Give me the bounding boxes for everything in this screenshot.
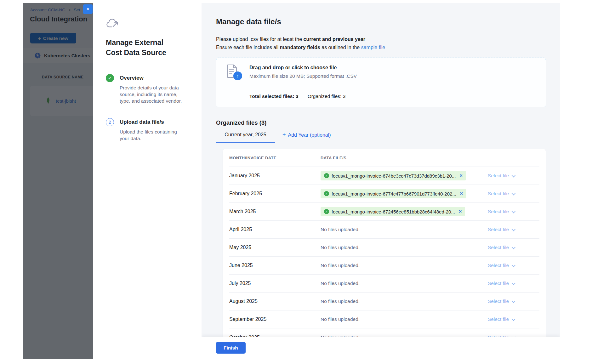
select-file-dropdown[interactable]: Select file <box>488 173 532 179</box>
drawer-title: Manage External Cost Data Source <box>106 37 181 58</box>
sample-file-link[interactable]: sample file <box>361 45 385 50</box>
select-file-dropdown[interactable]: Select file <box>488 281 532 286</box>
step-number-badge: 2 <box>106 118 114 126</box>
select-file-dropdown[interactable]: Select file <box>488 191 532 196</box>
select-file-dropdown[interactable]: Select file <box>488 245 532 250</box>
step-overview-label: Overview <box>120 74 187 81</box>
empty-files-text: No files uploaded. <box>321 299 360 304</box>
empty-files-text: No files uploaded. <box>321 245 360 250</box>
file-name: focusv1_mongo-invoice-6774c477b667901d77… <box>332 191 456 196</box>
check-icon: ✓ <box>324 209 329 214</box>
chevron-down-icon <box>512 281 516 285</box>
select-file-label: Select file <box>488 227 509 232</box>
manage-data-source-drawer: × Manage External Cost Data Source ✓ Ove… <box>93 3 560 359</box>
upload-instructions: Please upload .csv files for at least th… <box>216 35 546 52</box>
table-row: August 2025 No files uploaded. Select fi… <box>229 293 539 310</box>
dropzone-subtitle: Maximum file size 20 MB; Supported forma… <box>249 73 357 79</box>
select-file-label: Select file <box>488 191 509 196</box>
organized-files-heading: Organized files (3) <box>216 119 546 126</box>
select-file-label: Select file <box>488 281 509 286</box>
divider <box>303 94 303 99</box>
table-row: April 2025 No files uploaded. Select fil… <box>229 221 539 239</box>
select-file-dropdown[interactable]: Select file <box>488 209 532 214</box>
column-header-month: MONTH/INVOICE DATE <box>229 156 321 160</box>
year-tabs: Current year, 2025 + Add Year (optional) <box>216 132 546 143</box>
modal-dim-overlay[interactable] <box>23 3 93 359</box>
select-file-label: Select file <box>488 209 509 214</box>
drawer-footer: Finish <box>202 337 560 359</box>
empty-files-text: No files uploaded. <box>321 316 360 322</box>
organized-files-count: Organized files: 3 <box>308 94 346 99</box>
add-year-label: Add Year (optional) <box>288 132 331 138</box>
empty-files-text: No files uploaded. <box>321 227 360 232</box>
chevron-down-icon <box>512 245 516 249</box>
month-label: February 2025 <box>229 191 321 196</box>
upload-data-files-panel: Manage data file/s Please upload .csv fi… <box>202 3 560 359</box>
step-upload-description: Upload the files containing your data. <box>120 128 187 142</box>
chevron-down-icon <box>512 209 516 213</box>
finish-button[interactable]: Finish <box>216 342 246 354</box>
step-complete-check-icon: ✓ <box>106 74 114 82</box>
background-page: Account: CCM-NG > Set Cloud Integration … <box>23 3 93 359</box>
file-dropzone[interactable]: ↑ Drag and drop or click to choose file … <box>216 58 546 107</box>
step-overview-description: Provide details of your data source, inc… <box>120 84 187 104</box>
step-overview[interactable]: ✓ Overview Provide details of your data … <box>106 74 192 104</box>
month-label: August 2025 <box>229 299 321 304</box>
month-label: September 2025 <box>229 316 321 322</box>
table-body: January 2025 ✓ focusv1_mongo-invoice-674… <box>229 167 539 346</box>
file-name: focusv1_mongo-invoice-674be3ce47c73d37dd… <box>332 173 456 179</box>
chevron-down-icon <box>512 227 516 231</box>
chevron-down-icon <box>512 263 516 267</box>
add-year-button[interactable]: + Add Year (optional) <box>282 132 331 143</box>
file-chip: ✓ focusv1_mongo-invoice-672456ee851bbb28… <box>321 207 465 216</box>
remove-file-icon[interactable]: × <box>459 173 462 179</box>
table-row: June 2025 No files uploaded. Select file <box>229 257 539 275</box>
file-counts: Total selected files: 3 Organized files:… <box>249 94 541 99</box>
chevron-down-icon <box>512 317 516 321</box>
upload-arrow-icon: ↑ <box>233 71 242 80</box>
check-icon: ✓ <box>324 191 329 196</box>
check-icon: ✓ <box>324 173 329 178</box>
upload-file-icon: ↑ <box>226 64 243 81</box>
plus-icon: + <box>282 132 286 138</box>
empty-files-text: No files uploaded. <box>321 263 360 268</box>
panel-heading: Manage data file/s <box>216 17 546 26</box>
file-chip: ✓ focusv1_mongo-invoice-674be3ce47c73d37… <box>321 171 466 180</box>
select-file-dropdown[interactable]: Select file <box>488 263 532 268</box>
app-window: Account: CCM-NG > Set Cloud Integration … <box>23 3 560 359</box>
instruction-line-2: Ensure each file includes all mandatory … <box>216 43 546 52</box>
remove-file-icon[interactable]: × <box>460 191 463 196</box>
file-chip: ✓ focusv1_mongo-invoice-6774c477b667901d… <box>321 189 466 198</box>
select-file-dropdown[interactable]: Select file <box>488 299 532 304</box>
table-row: July 2025 No files uploaded. Select file <box>229 275 539 293</box>
select-file-dropdown[interactable]: Select file <box>488 227 532 232</box>
select-file-label: Select file <box>488 299 509 304</box>
select-file-label: Select file <box>488 316 509 322</box>
remove-file-icon[interactable]: × <box>459 209 462 214</box>
step-upload-data-files[interactable]: 2 Upload data file/s Upload the files co… <box>106 118 192 142</box>
select-file-dropdown[interactable]: Select file <box>488 316 532 322</box>
table-row: March 2025 ✓ focusv1_mongo-invoice-67245… <box>229 203 539 221</box>
instruction-line-1: Please upload .csv files for at least th… <box>216 35 546 43</box>
month-label: January 2025 <box>229 173 321 179</box>
chevron-down-icon <box>512 299 516 303</box>
table-row: May 2025 No files uploaded. Select file <box>229 239 539 257</box>
month-label: April 2025 <box>229 227 321 232</box>
select-file-label: Select file <box>488 245 509 250</box>
chevron-down-icon <box>512 191 516 195</box>
monthly-files-table: MONTH/INVOICE DATE DATA FILE/S January 2… <box>223 149 546 346</box>
total-selected-files: Total selected files: 3 <box>249 94 299 99</box>
month-label: June 2025 <box>229 263 321 268</box>
empty-files-text: No files uploaded. <box>321 281 360 286</box>
column-header-data-files: DATA FILE/S <box>321 156 488 160</box>
dropzone-title: Drag and drop or click to choose file <box>249 65 357 71</box>
tab-current-year[interactable]: Current year, 2025 <box>216 132 275 143</box>
close-button[interactable]: × <box>83 4 93 14</box>
month-label: July 2025 <box>229 281 321 286</box>
wizard-steps-panel: Manage External Cost Data Source ✓ Overv… <box>93 3 202 359</box>
step-upload-label: Upload data file/s <box>120 118 187 125</box>
month-label: May 2025 <box>229 245 321 250</box>
divider <box>249 87 541 87</box>
chevron-down-icon <box>512 173 516 177</box>
month-label: March 2025 <box>229 209 321 214</box>
